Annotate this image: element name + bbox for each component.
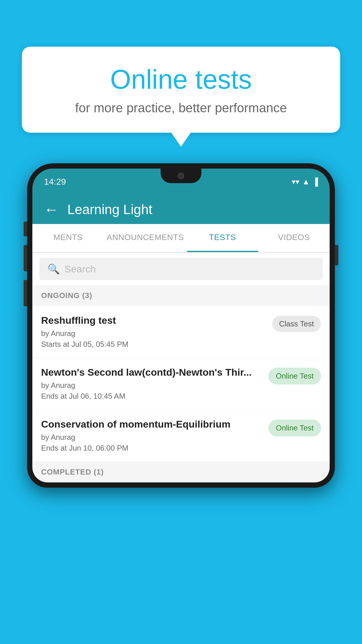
back-button[interactable]: ← <box>44 202 59 217</box>
promo-card: Online tests for more practice, better p… <box>22 47 340 133</box>
test-name: Conservation of momentum-Equilibrium <box>41 419 263 430</box>
tests-list: Reshuffling test by Anurag Starts at Jul… <box>32 306 330 462</box>
test-by: by Anurag <box>41 381 263 390</box>
search-container: 🔍 Search <box>32 253 330 285</box>
volume-up-button <box>24 245 27 271</box>
app-header: ← Learning Light <box>32 195 330 224</box>
signal-icon: ▲ <box>302 177 310 186</box>
time-display: 14:29 <box>44 177 66 187</box>
test-name: Newton's Second law(contd)-Newton's Thir… <box>41 367 263 378</box>
wifi-icon: ▾▾ <box>292 177 299 186</box>
phone-mockup: 14:29 ▾▾ ▲ ▐ ← Learning Light MENTS <box>27 163 335 644</box>
test-item[interactable]: Reshuffling test by Anurag Starts at Jul… <box>32 306 330 358</box>
test-badge-class: Class Test <box>272 316 321 332</box>
tab-assignments[interactable]: MENTS <box>32 224 104 252</box>
test-date: Ends at Jul 06, 10:45 AM <box>41 392 263 401</box>
phone-outer: 14:29 ▾▾ ▲ ▐ ← Learning Light MENTS <box>27 163 335 488</box>
bubble-title: Online tests <box>45 64 317 95</box>
tab-tests[interactable]: TESTS <box>187 224 258 252</box>
test-date: Starts at Jul 05, 05:45 PM <box>41 340 266 349</box>
search-placeholder-text: Search <box>64 263 96 275</box>
ongoing-section-header: ONGOING (3) <box>32 285 330 306</box>
camera <box>178 173 184 179</box>
search-bar[interactable]: 🔍 Search <box>39 258 323 280</box>
completed-section-header: COMPLETED (1) <box>32 462 330 482</box>
test-name: Reshuffling test <box>41 315 266 326</box>
test-by: by Anurag <box>41 433 263 442</box>
test-info: Conservation of momentum-Equilibrium by … <box>41 419 263 453</box>
battery-icon: ▐ <box>313 177 318 186</box>
notch <box>161 169 201 183</box>
test-info: Newton's Second law(contd)-Newton's Thir… <box>41 367 263 401</box>
test-badge-online-2: Online Test <box>268 420 321 436</box>
volume-down-button <box>24 280 27 306</box>
tab-announcements[interactable]: ANNOUNCEMENTS <box>104 224 187 252</box>
bubble-subtitle: for more practice, better performance <box>45 101 317 115</box>
search-icon: 🔍 <box>48 263 60 275</box>
test-info: Reshuffling test by Anurag Starts at Jul… <box>41 315 266 349</box>
speech-bubble: Online tests for more practice, better p… <box>22 47 340 133</box>
test-item[interactable]: Newton's Second law(contd)-Newton's Thir… <box>32 358 330 410</box>
mute-button <box>24 222 27 236</box>
phone-screen: ← Learning Light MENTS ANNOUNCEMENTS TES… <box>32 195 330 482</box>
status-icons: ▾▾ ▲ ▐ <box>292 177 318 186</box>
test-item[interactable]: Conservation of momentum-Equilibrium by … <box>32 410 330 462</box>
test-by: by Anurag <box>41 329 266 338</box>
test-badge-online: Online Test <box>268 368 321 384</box>
app-title: Learning Light <box>67 202 152 217</box>
power-button <box>335 245 338 265</box>
tab-videos[interactable]: VIDEOS <box>258 224 330 252</box>
status-bar: 14:29 ▾▾ ▲ ▐ <box>32 169 330 195</box>
test-date: Ends at Jun 10, 06:00 PM <box>41 444 263 453</box>
tabs-bar: MENTS ANNOUNCEMENTS TESTS VIDEOS <box>32 224 330 253</box>
